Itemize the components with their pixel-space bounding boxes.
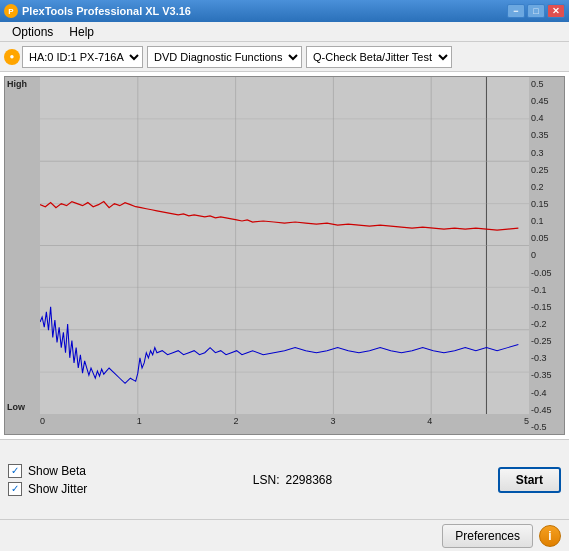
- title-bar: P PlexTools Professional XL V3.16 − □ ✕: [0, 0, 569, 22]
- test-selector[interactable]: Q-Check Beta/Jitter Test: [306, 46, 452, 68]
- chart-svg: [40, 77, 529, 414]
- bottom-panel: ✓ Show Beta ✓ Show Jitter LSN: 2298368 S…: [0, 439, 569, 519]
- checkbox-row-beta: ✓ Show Beta: [8, 464, 87, 478]
- show-jitter-label: Show Jitter: [28, 482, 87, 496]
- show-beta-checkbox[interactable]: ✓: [8, 464, 22, 478]
- show-jitter-checkbox[interactable]: ✓: [8, 482, 22, 496]
- preferences-row: Preferences i: [0, 519, 569, 551]
- checkbox-area: ✓ Show Beta ✓ Show Jitter: [8, 464, 87, 496]
- preferences-button[interactable]: Preferences: [442, 524, 533, 548]
- x-axis: 0 1 2 3 4 5: [40, 414, 529, 434]
- drive-selector[interactable]: HA:0 ID:1 PX-716A: [22, 46, 143, 68]
- menu-options[interactable]: Options: [4, 23, 61, 41]
- window-title: PlexTools Professional XL V3.16: [22, 5, 191, 17]
- lsn-label: LSN:: [253, 473, 280, 487]
- y-label-low: Low: [7, 402, 25, 412]
- show-beta-label: Show Beta: [28, 464, 86, 478]
- chart-plot: [40, 77, 529, 414]
- y-axis-right: 0.5 0.45 0.4 0.35 0.3 0.25 0.2 0.15 0.1 …: [529, 77, 564, 434]
- y-label-high: High: [7, 79, 27, 89]
- main-content: High Low 0.5 0.45 0.4 0.35 0.3 0.25 0.2 …: [0, 72, 569, 551]
- menu-bar: Options Help: [0, 22, 569, 42]
- function-selector[interactable]: DVD Diagnostic Functions: [147, 46, 302, 68]
- checkbox-row-jitter: ✓ Show Jitter: [8, 482, 87, 496]
- lsn-area: LSN: 2298368: [253, 473, 332, 487]
- start-button[interactable]: Start: [498, 467, 561, 493]
- drive-icon: ●: [4, 49, 20, 65]
- info-button[interactable]: i: [539, 525, 561, 547]
- device-select-area: ● HA:0 ID:1 PX-716A: [4, 46, 143, 68]
- title-left: P PlexTools Professional XL V3.16: [4, 4, 191, 18]
- menu-help[interactable]: Help: [61, 23, 102, 41]
- lsn-value: 2298368: [285, 473, 332, 487]
- toolbar: ● HA:0 ID:1 PX-716A DVD Diagnostic Funct…: [0, 42, 569, 72]
- maximize-button[interactable]: □: [527, 4, 545, 18]
- minimize-button[interactable]: −: [507, 4, 525, 18]
- chart-area: High Low 0.5 0.45 0.4 0.35 0.3 0.25 0.2 …: [4, 76, 565, 435]
- button-area: Start: [498, 467, 561, 493]
- app-icon: P: [4, 4, 18, 18]
- close-button[interactable]: ✕: [547, 4, 565, 18]
- window-controls: − □ ✕: [507, 4, 565, 18]
